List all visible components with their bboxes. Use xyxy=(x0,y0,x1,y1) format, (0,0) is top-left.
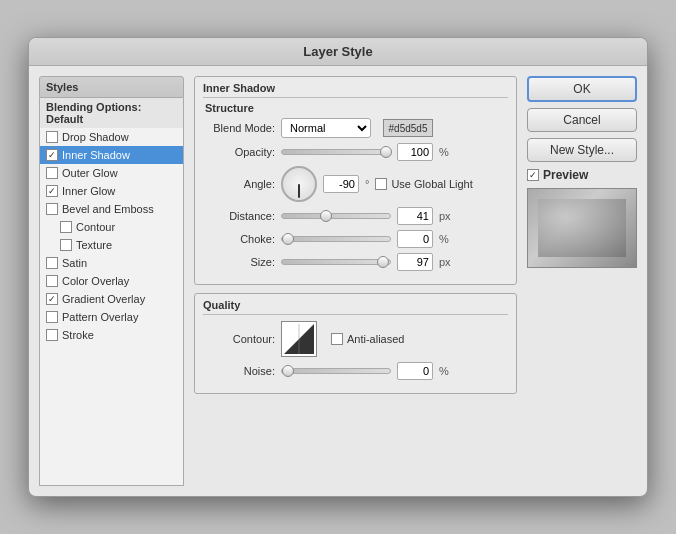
sidebar-item-blending-options[interactable]: Blending Options: Default xyxy=(40,98,183,128)
inner-shadow-section-title: Inner Shadow xyxy=(195,77,516,97)
choke-slider[interactable] xyxy=(281,236,391,242)
satin-label: Satin xyxy=(62,257,87,269)
structure-title: Structure xyxy=(205,102,506,114)
sidebar-item-texture[interactable]: Texture xyxy=(40,236,183,254)
anti-aliased-checkbox[interactable] xyxy=(331,333,343,345)
opacity-unit: % xyxy=(439,146,449,158)
new-style-button[interactable]: New Style... xyxy=(527,138,637,162)
sidebar-item-outer-glow[interactable]: Outer Glow xyxy=(40,164,183,182)
opacity-thumb[interactable] xyxy=(380,146,392,158)
preview-text: Preview xyxy=(543,168,588,182)
angle-unit: ° xyxy=(365,178,369,190)
sidebar-item-inner-glow[interactable]: Inner Glow xyxy=(40,182,183,200)
opacity-row: Opacity: % xyxy=(205,143,506,161)
opacity-input[interactable] xyxy=(397,143,433,161)
quality-section: Quality Contour: xyxy=(194,293,517,394)
noise-thumb[interactable] xyxy=(282,365,294,377)
sidebar-item-gradient-overlay[interactable]: Gradient Overlay xyxy=(40,290,183,308)
sidebar-item-bevel-emboss[interactable]: Bevel and Emboss xyxy=(40,200,183,218)
anti-aliased-label[interactable]: Anti-aliased xyxy=(331,333,404,345)
noise-unit: % xyxy=(439,365,449,377)
sidebar-item-drop-shadow[interactable]: Drop Shadow xyxy=(40,128,183,146)
outer-glow-label: Outer Glow xyxy=(62,167,118,179)
pattern-overlay-label: Pattern Overlay xyxy=(62,311,138,323)
sidebar-item-inner-shadow[interactable]: Inner Shadow xyxy=(40,146,183,164)
satin-checkbox[interactable] xyxy=(46,257,58,269)
blend-mode-select[interactable]: Normal Multiply Screen xyxy=(281,118,371,138)
choke-thumb[interactable] xyxy=(282,233,294,245)
use-global-light-checkbox[interactable] xyxy=(375,178,387,190)
sidebar-item-satin[interactable]: Satin xyxy=(40,254,183,272)
inner-shadow-checkbox[interactable] xyxy=(46,149,58,161)
sidebar-item-stroke[interactable]: Stroke xyxy=(40,326,183,344)
gradient-overlay-label: Gradient Overlay xyxy=(62,293,145,305)
distance-thumb[interactable] xyxy=(320,210,332,222)
texture-checkbox[interactable] xyxy=(60,239,72,251)
sidebar-item-contour[interactable]: Contour xyxy=(40,218,183,236)
size-row: Size: px xyxy=(205,253,506,271)
contour-preview[interactable] xyxy=(281,321,317,357)
styles-list: Blending Options: Default Drop Shadow In… xyxy=(39,98,184,486)
stroke-label: Stroke xyxy=(62,329,94,341)
inner-shadow-label: Inner Shadow xyxy=(62,149,130,161)
dialog-title: Layer Style xyxy=(29,38,647,66)
stroke-checkbox[interactable] xyxy=(46,329,58,341)
blend-mode-row: Blend Mode: Normal Multiply Screen #d5d5… xyxy=(205,118,506,138)
angle-needle xyxy=(298,184,300,198)
choke-row: Choke: % xyxy=(205,230,506,248)
distance-slider[interactable] xyxy=(281,213,391,219)
noise-slider[interactable] xyxy=(281,368,391,374)
drop-shadow-checkbox[interactable] xyxy=(46,131,58,143)
sidebar-item-color-overlay[interactable]: Color Overlay xyxy=(40,272,183,290)
preview-box-inner xyxy=(538,199,626,257)
outer-glow-checkbox[interactable] xyxy=(46,167,58,179)
preview-checkbox[interactable] xyxy=(527,169,539,181)
noise-input[interactable] xyxy=(397,362,433,380)
angle-input[interactable] xyxy=(323,175,359,193)
contour-field-label: Contour: xyxy=(205,333,275,345)
noise-label: Noise: xyxy=(205,365,275,377)
opacity-label: Opacity: xyxy=(205,146,275,158)
inner-shadow-section: Inner Shadow Structure Blend Mode: Norma… xyxy=(194,76,517,285)
distance-unit: px xyxy=(439,210,451,222)
choke-input[interactable] xyxy=(397,230,433,248)
styles-header: Styles xyxy=(39,76,184,98)
size-input[interactable] xyxy=(397,253,433,271)
angle-label: Angle: xyxy=(205,178,275,190)
bevel-emboss-checkbox[interactable] xyxy=(46,203,58,215)
preview-box xyxy=(527,188,637,268)
layer-style-dialog: Layer Style Styles Blending Options: Def… xyxy=(28,37,648,497)
contour-checkbox[interactable] xyxy=(60,221,72,233)
size-label: Size: xyxy=(205,256,275,268)
contour-label: Contour xyxy=(76,221,115,233)
preview-label-row: Preview xyxy=(527,168,637,182)
inner-glow-label: Inner Glow xyxy=(62,185,115,197)
size-thumb[interactable] xyxy=(377,256,389,268)
noise-row: Noise: % xyxy=(205,362,506,380)
inner-glow-checkbox[interactable] xyxy=(46,185,58,197)
use-global-light-text: Use Global Light xyxy=(391,178,472,190)
main-panel: Inner Shadow Structure Blend Mode: Norma… xyxy=(194,76,517,486)
pattern-overlay-checkbox[interactable] xyxy=(46,311,58,323)
opacity-slider[interactable] xyxy=(281,149,391,155)
size-unit: px xyxy=(439,256,451,268)
color-overlay-checkbox[interactable] xyxy=(46,275,58,287)
use-global-light-label[interactable]: Use Global Light xyxy=(375,178,472,190)
contour-row: Contour: Anti-aliased xyxy=(205,321,506,357)
gradient-overlay-checkbox[interactable] xyxy=(46,293,58,305)
distance-input[interactable] xyxy=(397,207,433,225)
ok-button[interactable]: OK xyxy=(527,76,637,102)
anti-aliased-text: Anti-aliased xyxy=(347,333,404,345)
size-slider[interactable] xyxy=(281,259,391,265)
quality-section-title: Quality xyxy=(195,294,516,314)
color-swatch[interactable]: #d5d5d5 xyxy=(383,119,433,137)
angle-dial[interactable] xyxy=(281,166,317,202)
angle-row: Angle: ° Use Global Light xyxy=(205,166,506,202)
distance-row: Distance: px xyxy=(205,207,506,225)
color-overlay-label: Color Overlay xyxy=(62,275,129,287)
choke-label: Choke: xyxy=(205,233,275,245)
cancel-button[interactable]: Cancel xyxy=(527,108,637,132)
bevel-emboss-label: Bevel and Emboss xyxy=(62,203,154,215)
sidebar-item-pattern-overlay[interactable]: Pattern Overlay xyxy=(40,308,183,326)
left-panel: Styles Blending Options: Default Drop Sh… xyxy=(39,76,184,486)
